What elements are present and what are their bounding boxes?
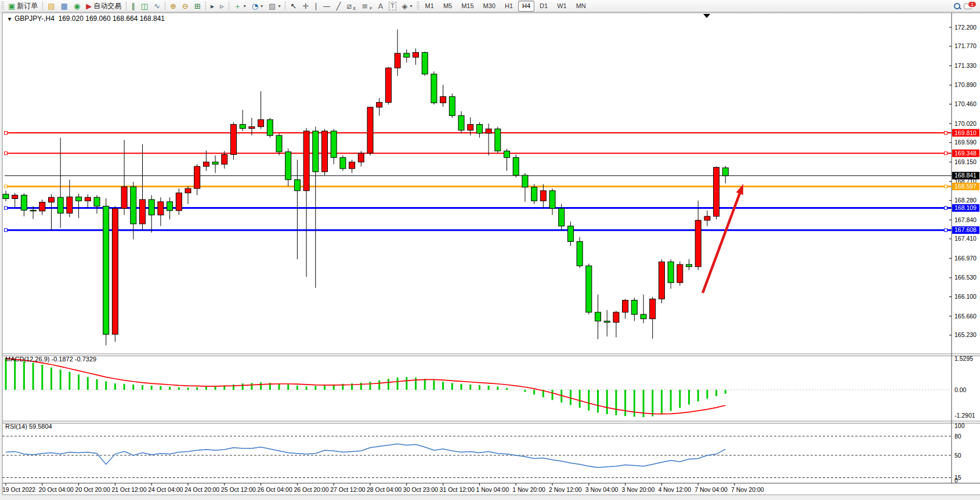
autotrading-button[interactable]: ▶自动交易 <box>83 0 124 12</box>
candle-body <box>595 312 601 321</box>
price-tick-label: 167.410 <box>954 235 977 242</box>
time-tick-label: 2 Nov 12:00 <box>549 486 582 493</box>
toolbar-grip <box>1 2 4 10</box>
tile-windows-icon: ⊞ <box>194 2 201 10</box>
market-watch-button[interactable]: ▤ <box>45 0 57 12</box>
hline-end-marker[interactable] <box>945 132 948 135</box>
text-label-icon: T <box>389 2 396 10</box>
trendline-icon: ╱ <box>337 2 341 10</box>
candle-body <box>422 52 428 74</box>
timeframe-button-h4[interactable]: H4 <box>518 1 534 12</box>
hline-end-marker[interactable] <box>945 206 948 209</box>
hline-end-marker[interactable] <box>945 229 948 231</box>
cursor-button[interactable]: ↖ <box>287 0 299 12</box>
candle-body <box>513 158 519 175</box>
timeframe-button-d1[interactable]: D1 <box>536 1 552 12</box>
hline-end-marker[interactable] <box>945 185 948 188</box>
chevron-down-icon[interactable]: ▾ <box>410 3 413 9</box>
cursor-icon: ↖ <box>290 2 296 10</box>
channel-button[interactable]: ⧄E <box>343 0 359 12</box>
tile-windows-button[interactable]: ⊞ <box>191 0 204 12</box>
candle-body <box>704 216 710 220</box>
trendline-button[interactable]: ╱ <box>334 0 344 12</box>
hline-end-marker[interactable] <box>945 152 948 155</box>
text-label-button[interactable]: T <box>386 0 399 12</box>
autotrading-button-label: 自动交易 <box>93 1 121 11</box>
data-window-button[interactable]: ▦ <box>58 0 71 12</box>
candle-body <box>540 191 546 201</box>
time-tick-label: 31 Oct 12:00 <box>440 486 475 493</box>
candle-body <box>30 210 36 211</box>
new-order-button[interactable]: ▣新订单 <box>5 0 41 12</box>
hline-end-marker[interactable] <box>5 229 8 231</box>
periods-button[interactable]: ◔▾ <box>249 0 266 12</box>
fibonacci-button[interactable]: ≡F <box>359 0 375 12</box>
candle-body <box>3 194 9 199</box>
candle-body <box>67 197 73 213</box>
rsi-axis-label: 50 <box>954 452 961 459</box>
timeframe-button-m30[interactable]: M30 <box>479 1 500 12</box>
chevron-down-icon[interactable]: ▾ <box>278 3 280 9</box>
candle-body <box>677 265 683 282</box>
timeframe-button-m5[interactable]: M5 <box>439 1 456 12</box>
time-tick-label: 26 Oct 20:00 <box>294 486 328 493</box>
timeframe-button-h1[interactable]: H1 <box>501 1 517 12</box>
chart-title: ▼GBPJPY-,H4 169.020 169.060 168.664 168.… <box>7 15 165 23</box>
notifications-icon[interactable]: 1 <box>964 3 972 9</box>
search-icon[interactable] <box>954 3 960 9</box>
chevron-down-icon[interactable]: ▾ <box>244 3 246 9</box>
timeframe-button-m15[interactable]: M15 <box>457 1 478 12</box>
time-tick-label: 25 Oct 12:00 <box>221 486 256 493</box>
candle-body <box>12 195 18 198</box>
candle-body <box>222 154 227 164</box>
candle-body <box>185 189 191 193</box>
text-button[interactable]: A <box>375 0 386 12</box>
candle-body <box>313 131 319 172</box>
timeframe-button-w1[interactable]: W1 <box>553 1 571 12</box>
market-watch-icon: ▤ <box>48 2 55 10</box>
chart-shift-button[interactable]: ▹ <box>217 0 227 12</box>
chart-background[interactable] <box>2 13 980 495</box>
timeframe-button-mn[interactable]: MN <box>572 1 590 12</box>
new-order-icon: ▣ <box>8 2 15 10</box>
text-icon: A <box>378 2 384 10</box>
vertical-line-button[interactable]: | <box>312 0 320 12</box>
zoom-in-button[interactable]: ⊕ <box>167 0 179 12</box>
collapse-arrow-icon[interactable]: ▼ <box>7 16 12 22</box>
fibonacci-icon: ≡ <box>361 2 368 10</box>
timeframe-button-m1[interactable]: M1 <box>421 1 438 12</box>
toolbar-separator <box>285 1 285 10</box>
hline-end-marker[interactable] <box>5 132 8 135</box>
hline-price-chip-label: 168.109 <box>954 204 977 211</box>
bar-chart-button[interactable]: ∥ <box>128 0 138 12</box>
indicators-button[interactable]: ＋▾ <box>231 0 249 12</box>
candle-body <box>267 119 273 135</box>
crosshair-button[interactable]: ✛ <box>299 0 312 12</box>
crosshair-icon: ✛ <box>302 2 309 10</box>
autoscroll-button[interactable]: ▸ <box>208 0 218 12</box>
candle-body <box>404 53 410 57</box>
toolbar-separator <box>165 1 165 10</box>
zoom-out-button[interactable]: ⊖ <box>179 0 191 12</box>
templates-button[interactable]: ▨▾ <box>266 0 283 12</box>
chart-canvas[interactable]: 172.200171.770171.330170.890170.460170.0… <box>0 0 980 500</box>
hline-price-chip-label: 168.841 <box>954 172 977 179</box>
price-tick-label: 166.970 <box>954 255 977 262</box>
hline-end-marker[interactable] <box>5 185 8 188</box>
hline-price-chip-label: 168.597 <box>954 183 977 190</box>
notification-badge: 1 <box>968 1 977 8</box>
navigator-button[interactable]: ◉ <box>71 0 83 12</box>
hline-end-marker[interactable] <box>5 152 8 155</box>
horizontal-line-button[interactable]: — <box>320 0 334 12</box>
candle-body <box>686 265 692 267</box>
arrows-button[interactable]: ◈▾ <box>399 0 415 12</box>
hline-end-marker[interactable] <box>5 206 8 209</box>
chevron-down-icon[interactable]: ▾ <box>261 3 263 9</box>
candlestick-button[interactable]: ◫ <box>138 0 151 12</box>
line-chart-button[interactable]: ∿ <box>151 0 163 12</box>
candle-body <box>586 266 592 312</box>
candle-body <box>722 168 728 176</box>
candle-body <box>413 52 419 57</box>
candle-body <box>167 202 173 211</box>
candle-body <box>613 312 619 323</box>
